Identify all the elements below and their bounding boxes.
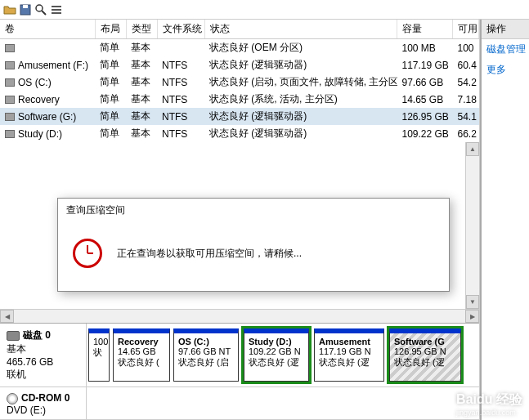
scroll-right-icon[interactable]: ▶ [465,310,479,323]
volume-table[interactable]: 卷 布局 类型 文件系统 状态 容量 可用 简单基本状态良好 (OEM 分区)1… [0,20,479,142]
svg-rect-4 [52,6,61,7]
disk-graphical-view: 磁盘 0 基本 465.76 GB 联机 100状Recovery14.65 G… [0,323,479,420]
cdrom-header[interactable]: CD-ROM 0 DVD (E:) [0,387,87,419]
partition[interactable]: Software (G126.95 GB N状态良好 (逻 [387,326,464,384]
cd-icon [7,393,18,404]
dialog-title: 查询压缩空间 [58,199,449,222]
action-disk-mgmt[interactable]: 磁盘管理 [482,39,529,60]
query-shrink-dialog: 查询压缩空间 正在查询卷以获取可用压缩空间，请稍候... [57,198,450,292]
col-fs[interactable]: 文件系统 [157,20,204,39]
scroll-down-icon[interactable]: ▼ [466,295,479,309]
col-type[interactable]: 类型 [126,20,157,39]
open-icon[interactable] [3,3,16,16]
table-row[interactable]: Amusement (F:)简单基本NTFS状态良好 (逻辑驱动器)117.19… [0,56,479,74]
partition[interactable]: Study (D:)109.22 GB N状态良好 (逻 [241,326,312,384]
disk-icon [7,331,20,341]
svg-rect-6 [52,12,61,14]
scroll-up-icon[interactable]: ▲ [466,142,479,156]
table-row[interactable]: Recovery简单基本NTFS状态良好 (系统, 活动, 主分区)14.65 … [0,91,479,108]
vertical-scrollbar[interactable]: ▲ ▼ [465,142,479,309]
zoom-icon[interactable] [34,3,47,16]
table-row[interactable]: OS (C:)简单基本NTFS状态良好 (启动, 页面文件, 故障转储, 主分区… [0,74,479,91]
disk0-header[interactable]: 磁盘 0 基本 465.76 GB 联机 [0,324,87,386]
col-vol[interactable]: 卷 [0,20,95,39]
action-more[interactable]: 更多 [482,60,529,80]
table-row[interactable]: Software (G:)简单基本NTFS状态良好 (逻辑驱动器)126.95 … [0,108,479,125]
list-icon[interactable] [50,3,63,16]
svg-rect-5 [52,9,61,11]
partition[interactable]: OS (C:)97.66 GB NT状态良好 (启 [173,328,239,382]
toolbar [0,0,529,20]
table-row[interactable]: Study (D:)简单基本NTFS状态良好 (逻辑驱动器)109.22 GB6… [0,125,479,142]
col-layout[interactable]: 布局 [95,20,126,39]
svg-point-2 [36,5,43,11]
save-icon[interactable] [19,3,32,16]
dialog-message: 正在查询卷以获取可用压缩空间，请稍候... [117,247,302,261]
clock-icon [73,239,102,268]
actions-header: 操作 [482,20,529,39]
table-row[interactable]: 简单基本状态良好 (OEM 分区)100 MB100 [0,39,479,57]
scroll-left-icon[interactable]: ◀ [0,310,14,323]
svg-rect-1 [23,5,28,8]
col-capacity[interactable]: 容量 [397,20,453,39]
partition[interactable]: Amusement117.19 GB N状态良好 (逻 [314,328,384,382]
col-free[interactable]: 可用 [453,20,479,39]
horizontal-scrollbar[interactable]: ◀ ▶ [0,309,479,323]
col-status[interactable]: 状态 [204,20,397,39]
partition[interactable]: 100状 [88,328,110,382]
svg-line-3 [42,11,46,15]
actions-pane: 操作 磁盘管理 更多 [480,20,529,420]
partition[interactable]: Recovery14.65 GB状态良好 ( [113,328,170,382]
